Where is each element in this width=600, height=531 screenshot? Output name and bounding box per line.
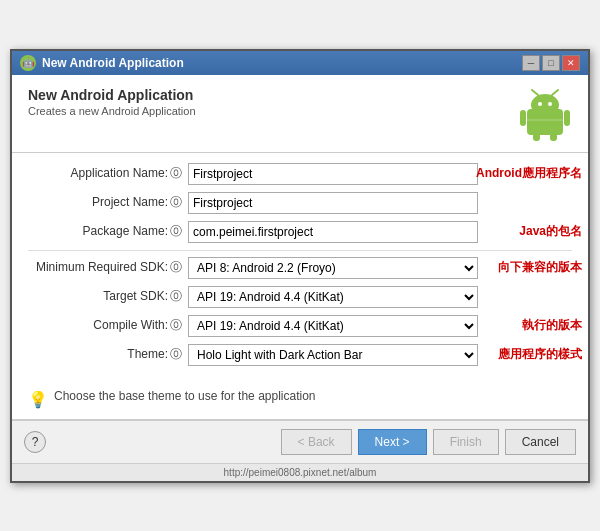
cancel-button[interactable]: Cancel: [505, 429, 576, 455]
package-name-annotation: Java的包名: [519, 223, 582, 240]
application-name-label: Application Name:⓪: [28, 165, 188, 182]
form-area: Application Name:⓪ Android應用程序名 Project …: [12, 153, 588, 383]
hint-area: 💡 Choose the base theme to use for the a…: [12, 383, 588, 420]
bottom-bar: ? < Back Next > Finish Cancel: [12, 420, 588, 463]
header-area: New Android Application Creates a new An…: [12, 75, 588, 153]
theme-label: Theme:⓪: [28, 346, 188, 363]
application-name-annotation: Android應用程序名: [476, 165, 582, 182]
finish-button[interactable]: Finish: [433, 429, 499, 455]
close-button[interactable]: ✕: [562, 55, 580, 71]
svg-rect-6: [520, 110, 526, 126]
window-title: New Android Application: [42, 56, 184, 70]
project-name-input[interactable]: [188, 192, 478, 214]
package-name-label: Package Name:⓪: [28, 223, 188, 240]
window-icon: 🤖: [20, 55, 36, 71]
compile-with-select[interactable]: API 19: Android 4.4 (KitKat): [188, 315, 478, 337]
back-button[interactable]: < Back: [281, 429, 352, 455]
page-title: New Android Application: [28, 87, 196, 103]
compile-with-label: Compile With:⓪: [28, 317, 188, 334]
theme-select[interactable]: Holo Light with Dark Action Bar Holo Dar…: [188, 344, 478, 366]
nav-buttons: < Back Next > Finish Cancel: [281, 429, 576, 455]
svg-line-4: [532, 90, 538, 95]
svg-point-1: [531, 94, 559, 116]
minimum-sdk-row: Minimum Required SDK:⓪ API 8: Android 2.…: [28, 257, 572, 279]
application-name-row: Application Name:⓪ Android應用程序名: [28, 163, 572, 185]
next-button[interactable]: Next >: [358, 429, 427, 455]
svg-point-2: [538, 102, 542, 106]
theme-annotation: 應用程序的樣式: [498, 346, 582, 363]
hint-icon: 💡: [28, 390, 48, 409]
title-bar: 🤖 New Android Application ─ □ ✕: [12, 51, 588, 75]
theme-row: Theme:⓪ Holo Light with Dark Action Bar …: [28, 344, 572, 366]
package-name-input[interactable]: [188, 221, 478, 243]
minimum-sdk-label: Minimum Required SDK:⓪: [28, 259, 188, 276]
target-sdk-row: Target SDK:⓪ API 8: Android 2.2 (Froyo) …: [28, 286, 572, 308]
project-name-label: Project Name:⓪: [28, 194, 188, 211]
minimum-sdk-select[interactable]: API 8: Android 2.2 (Froyo) API 14: Andro…: [188, 257, 478, 279]
help-button[interactable]: ?: [24, 431, 46, 453]
svg-rect-9: [550, 133, 557, 141]
svg-rect-7: [564, 110, 570, 126]
minimum-sdk-annotation: 向下兼容的版本: [498, 259, 582, 276]
window: 🤖 New Android Application ─ □ ✕ New Andr…: [10, 49, 590, 483]
svg-rect-8: [533, 133, 540, 141]
page-subtitle: Creates a new Android Application: [28, 105, 196, 117]
package-name-row: Package Name:⓪ Java的包名: [28, 221, 572, 243]
maximize-button[interactable]: □: [542, 55, 560, 71]
minimize-button[interactable]: ─: [522, 55, 540, 71]
application-name-input[interactable]: [188, 163, 478, 185]
title-controls: ─ □ ✕: [522, 55, 580, 71]
project-name-row: Project Name:⓪: [28, 192, 572, 214]
android-logo: [518, 87, 572, 144]
target-sdk-label: Target SDK:⓪: [28, 288, 188, 305]
url-bar: http://peimei0808.pixnet.net/album: [12, 463, 588, 481]
compile-with-annotation: 執行的版本: [522, 317, 582, 334]
svg-point-3: [548, 102, 552, 106]
svg-line-5: [552, 90, 558, 95]
target-sdk-select[interactable]: API 8: Android 2.2 (Froyo) API 19: Andro…: [188, 286, 478, 308]
compile-with-row: Compile With:⓪ API 19: Android 4.4 (KitK…: [28, 315, 572, 337]
hint-text: Choose the base theme to use for the app…: [54, 389, 316, 403]
